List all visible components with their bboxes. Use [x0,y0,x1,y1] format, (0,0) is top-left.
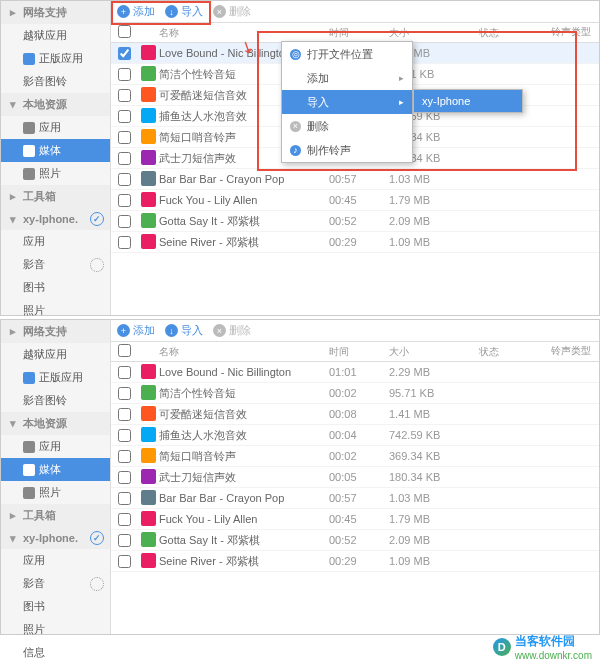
row-checkbox[interactable] [118,194,131,207]
toolbar-delete[interactable]: ×删除 [213,4,251,19]
row-checkbox[interactable] [118,513,131,526]
sidebar-item-dev-av[interactable]: 影音 [1,572,110,595]
sidebar-group-tools[interactable]: ▸工具箱 [1,185,110,208]
table-row[interactable]: Love Bound - Nic Billington01:012.29 MB [111,362,599,383]
col-size[interactable]: 大小 [389,26,479,40]
row-checkbox[interactable] [118,89,131,102]
sidebar-item-apps[interactable]: 应用 [1,116,110,139]
row-time: 00:02 [329,450,389,462]
toolbar-add[interactable]: +添加 [117,4,155,19]
toolbar-import[interactable]: ↓导入 [165,4,203,19]
col-time[interactable]: 时间 [329,26,389,40]
row-checkbox[interactable] [118,387,131,400]
select-all-checkbox[interactable] [118,25,131,38]
plus-icon: + [117,324,130,337]
col-time[interactable]: 时间 [329,345,389,359]
sidebar-item-media-ring[interactable]: 影音图铃 [1,70,110,93]
sidebar-item-photos[interactable]: 照片 [1,162,110,185]
row-checkbox[interactable] [118,408,131,421]
sidebar-item-dev-books[interactable]: 图书 [1,595,110,618]
sidebar-item-media[interactable]: 媒体 [1,458,110,481]
table-row[interactable]: Bar Bar Bar - Crayon Pop00:571.03 MB [111,169,599,190]
sidebar-item-photos[interactable]: 照片 [1,481,110,504]
sidebar-group-device[interactable]: ▾xy-Iphone.✓ [1,208,110,230]
toolbar-delete[interactable]: ×删除 [213,323,251,338]
sidebar-item-dev-photos[interactable]: 照片 [1,618,110,641]
ctx-make-ringtone[interactable]: ♪制作铃声 [282,138,412,162]
apps-icon [23,122,35,134]
sidebar-group-device[interactable]: ▾xy-Iphone.✓ [1,527,110,549]
toolbar: +添加 ↓导入 ×删除 [111,320,599,342]
sidebar-item-dev-apps[interactable]: 应用 [1,230,110,253]
refresh-icon[interactable] [90,577,104,591]
table-row[interactable]: 武士刀短信声效00:05180.34 KB [111,467,599,488]
col-ringtype[interactable]: 铃声类型 [551,25,591,39]
toolbar-import[interactable]: ↓导入 [165,323,203,338]
sidebar-group-local[interactable]: ▾本地资源 [1,93,110,116]
col-name[interactable]: 名称 [159,26,329,40]
sidebar-item-jailbreak[interactable]: 越狱应用 [1,343,110,366]
row-checkbox[interactable] [118,47,131,60]
table-row[interactable]: Gotta Say It - 邓紫棋00:522.09 MB [111,211,599,232]
ctx-delete[interactable]: ×删除 [282,114,412,138]
row-checkbox[interactable] [118,429,131,442]
sidebar-item-media[interactable]: 媒体 [1,139,110,162]
sidebar-item-genuine[interactable]: 正版应用 [1,47,110,70]
file-icon [141,448,156,463]
table-row[interactable]: Gotta Say It - 邓紫棋00:522.09 MB [111,530,599,551]
file-icon [141,385,156,400]
col-name[interactable]: 名称 [159,345,329,359]
col-ringtype[interactable]: 铃声类型 [551,344,591,358]
row-name: 可爱酷迷短信音效 [159,407,329,422]
sidebar-item-genuine[interactable]: 正版应用 [1,366,110,389]
sidebar-group-network[interactable]: ▸网络支持 [1,1,110,24]
table-row[interactable]: 可爱酷迷短信音效00:081.41 MB [111,404,599,425]
file-icon [141,45,156,60]
row-checkbox[interactable] [118,236,131,249]
select-all-checkbox[interactable] [118,344,131,357]
table-header: 名称 时间 大小 状态 [111,342,599,362]
watermark: D 当客软件园 www.downkr.com [493,633,592,661]
sidebar-item-dev-info[interactable]: 信息 [1,641,110,663]
row-checkbox[interactable] [118,450,131,463]
sidebar-item-jailbreak[interactable]: 越狱应用 [1,24,110,47]
sidebar-group-tools[interactable]: ▸工具箱 [1,504,110,527]
row-checkbox[interactable] [118,131,131,144]
apps-icon [23,441,35,453]
row-size: 2.29 MB [389,366,479,378]
table-row[interactable]: 捕鱼达人水泡音效00:04742.59 KB [111,425,599,446]
sidebar-item-media-ring[interactable]: 影音图铃 [1,389,110,412]
row-time: 00:05 [329,471,389,483]
ctx-open-location[interactable]: ◎打开文件位置 [282,42,412,66]
row-checkbox[interactable] [118,366,131,379]
row-checkbox[interactable] [118,555,131,568]
table-row[interactable]: Fuck You - Lily Allen00:451.79 MB [111,190,599,211]
row-checkbox[interactable] [118,215,131,228]
ctx-add[interactable]: 添加▸ [282,66,412,90]
sidebar-item-dev-books[interactable]: 图书 [1,276,110,299]
table-row[interactable]: Fuck You - Lily Allen00:451.79 MB [111,509,599,530]
sidebar-group-network[interactable]: ▸网络支持 [1,320,110,343]
table-row[interactable]: 简短口哨音铃声00:02369.34 KB [111,446,599,467]
row-checkbox[interactable] [118,492,131,505]
table-row[interactable]: Seine River - 邓紫棋00:291.09 MB [111,551,599,572]
toolbar-add[interactable]: +添加 [117,323,155,338]
table-row[interactable]: 简洁个性铃音短00:0295.71 KB [111,383,599,404]
table-row[interactable]: Seine River - 邓紫棋00:291.09 MB [111,232,599,253]
sidebar-item-dev-av[interactable]: 影音 [1,253,110,276]
sidebar-item-apps[interactable]: 应用 [1,435,110,458]
refresh-icon[interactable] [90,258,104,272]
sidebar-item-dev-apps[interactable]: 应用 [1,549,110,572]
ctx-import[interactable]: 导入▸ [282,90,412,114]
row-checkbox[interactable] [118,173,131,186]
row-checkbox[interactable] [118,534,131,547]
row-checkbox[interactable] [118,152,131,165]
col-size[interactable]: 大小 [389,345,479,359]
row-checkbox[interactable] [118,68,131,81]
table-row[interactable]: Bar Bar Bar - Crayon Pop00:571.03 MB [111,488,599,509]
check-icon: ✓ [90,212,104,226]
sidebar-group-local[interactable]: ▾本地资源 [1,412,110,435]
row-checkbox[interactable] [118,110,131,123]
submenu-device[interactable]: xy-Iphone [414,90,522,112]
row-checkbox[interactable] [118,471,131,484]
